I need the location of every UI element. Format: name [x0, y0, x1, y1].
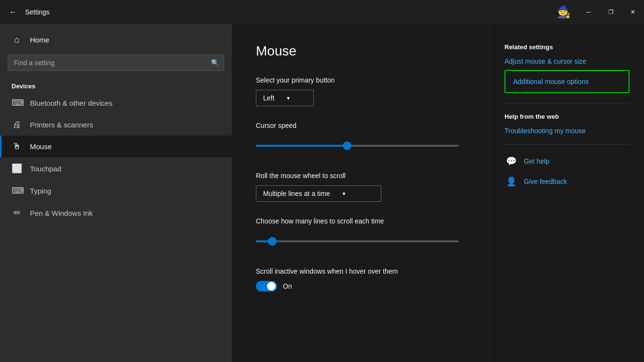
get-help-row[interactable]: 💬 Get help [504, 154, 630, 168]
printer-icon: 🖨 [12, 120, 22, 130]
scroll-lines-track [256, 240, 459, 242]
feedback-icon: 👤 [504, 175, 518, 188]
sidebar-section-title: Devices [0, 79, 232, 92]
sidebar-item-home[interactable]: ⌂ Home [0, 29, 232, 51]
window-controls: 🧙 ─ ❐ ✕ [554, 0, 644, 24]
back-button[interactable]: ← [6, 5, 20, 19]
search-container: 🔍 [8, 55, 224, 71]
content-area: Mouse Select your primary button Left ▼ … [232, 24, 644, 362]
minimize-button[interactable]: ─ [577, 0, 600, 24]
cursor-speed-thumb[interactable] [343, 141, 351, 150]
primary-button-dropdown[interactable]: Left ▼ [256, 90, 314, 106]
feedback-row[interactable]: 👤 Give feedback [504, 175, 630, 188]
page-title: Mouse [256, 43, 465, 59]
troubleshoot-link[interactable]: Troubleshooting my mouse [504, 127, 630, 135]
close-button[interactable]: ✕ [622, 0, 644, 24]
mouse-icon: 🖱 [12, 141, 22, 152]
sidebar-item-typing[interactable]: ⌨ Typing [0, 180, 232, 202]
restore-button[interactable]: ❐ [600, 0, 622, 24]
typing-icon: ⌨ [12, 185, 22, 196]
titlebar: ← Settings 🧙 ─ ❐ ✕ [0, 0, 644, 24]
bluetooth-icon: ⌨ [12, 97, 22, 108]
related-settings-title: Related settings [504, 43, 630, 51]
adjust-mouse-link[interactable]: Adjust mouse & cursor size [504, 57, 630, 65]
additional-mouse-options-link[interactable]: Additional mouse options [504, 70, 630, 93]
touchpad-icon: ⬜ [12, 163, 22, 174]
search-input[interactable] [8, 55, 224, 71]
scroll-inactive-label: Scroll inactive windows when I hover ove… [256, 267, 465, 275]
help-title: Help from the web [504, 113, 630, 120]
primary-button-group: Select your primary button Left ▼ [256, 76, 465, 106]
cursor-speed-track [256, 145, 459, 147]
scroll-lines-thumb[interactable] [268, 237, 277, 246]
scroll-inactive-group: Scroll inactive windows when I hover ove… [256, 267, 465, 292]
window-title: Settings [25, 8, 50, 16]
get-help-link[interactable]: Get help [524, 157, 549, 165]
dropdown-arrow-icon: ▼ [286, 96, 291, 101]
toggle-knob [267, 282, 276, 291]
search-icon: 🔍 [211, 59, 219, 67]
primary-button-label: Select your primary button [256, 76, 465, 84]
panel-divider-1 [504, 103, 630, 103]
scroll-inactive-toggle[interactable] [256, 281, 277, 292]
panel-divider-2 [504, 144, 630, 145]
scroll-dropdown[interactable]: Multiple lines at a time ▼ [256, 185, 381, 202]
scroll-inactive-toggle-label: On [283, 282, 292, 290]
home-icon: ⌂ [12, 35, 22, 45]
cursor-speed-slider-container [256, 135, 459, 156]
cursor-speed-fill [256, 145, 347, 147]
scroll-inactive-toggle-row: On [256, 281, 465, 292]
get-help-icon: 💬 [504, 154, 518, 168]
scroll-lines-slider-container [256, 231, 459, 252]
sidebar-item-printers[interactable]: 🖨 Printers & scanners [0, 114, 232, 136]
cursor-speed-label: Cursor speed [256, 122, 465, 129]
feedback-link[interactable]: Give feedback [524, 178, 567, 185]
sidebar: ⌂ Home 🔍 Devices ⌨ Bluetooth & other dev… [0, 24, 232, 362]
sidebar-item-pen[interactable]: ✏ Pen & Windows Ink [0, 202, 232, 224]
right-panel: Related settings Adjust mouse & cursor s… [490, 24, 644, 362]
scroll-lines-label: Choose how many lines to scroll each tim… [256, 217, 465, 225]
cursor-speed-group: Cursor speed [256, 122, 465, 156]
content-main: Mouse Select your primary button Left ▼ … [232, 24, 490, 362]
scroll-label: Roll the mouse wheel to scroll [256, 172, 465, 180]
main-layout: ⌂ Home 🔍 Devices ⌨ Bluetooth & other dev… [0, 24, 644, 362]
avatar[interactable]: 🧙 [554, 2, 574, 22]
sidebar-item-mouse[interactable]: 🖱 Mouse [0, 136, 232, 157]
sidebar-item-bluetooth[interactable]: ⌨ Bluetooth & other devices [0, 92, 232, 114]
scroll-lines-group: Choose how many lines to scroll each tim… [256, 217, 465, 252]
sidebar-item-touchpad[interactable]: ⬜ Touchpad [0, 157, 232, 180]
scroll-dropdown-arrow-icon: ▼ [342, 191, 347, 196]
scroll-group: Roll the mouse wheel to scroll Multiple … [256, 172, 465, 202]
pen-icon: ✏ [12, 208, 22, 218]
